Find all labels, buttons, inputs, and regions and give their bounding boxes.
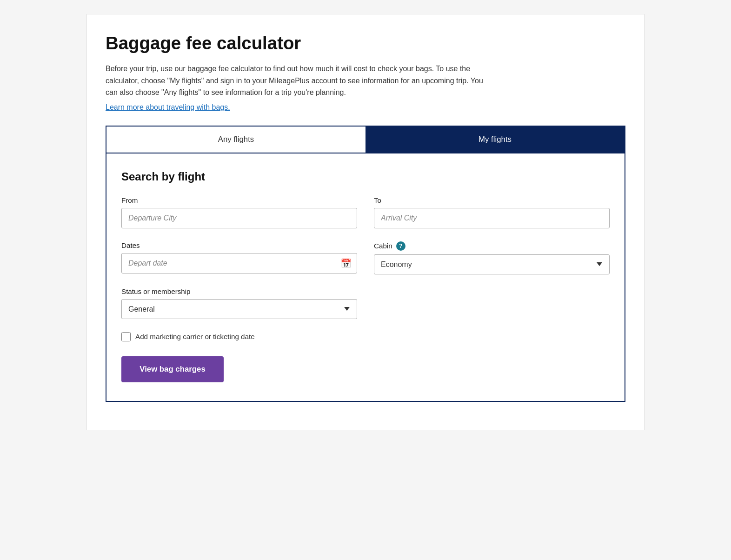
status-row: Status or membership General Premier Sil… — [121, 287, 610, 319]
view-bag-charges-button[interactable]: View bag charges — [121, 356, 224, 382]
form-panel: Search by flight From To Dates 📅 — [106, 153, 625, 402]
cabin-select[interactable]: Economy Business First — [374, 254, 610, 274]
status-group: Status or membership General Premier Sil… — [121, 287, 357, 319]
learn-more-link[interactable]: Learn more about traveling with bags. — [106, 103, 230, 112]
page-container: Baggage fee calculator Before your trip,… — [86, 14, 645, 430]
from-label: From — [121, 196, 357, 204]
form-heading: Search by flight — [121, 170, 610, 183]
departure-city-input[interactable] — [121, 208, 357, 228]
dates-group: Dates 📅 — [121, 241, 357, 274]
status-label: Status or membership — [121, 287, 357, 295]
dates-cabin-row: Dates 📅 Cabin ? Economy Business First — [121, 241, 610, 274]
to-label: To — [374, 196, 610, 204]
checkbox-row: Add marketing carrier or ticketing date — [121, 332, 610, 341]
cabin-group: Cabin ? Economy Business First — [374, 241, 610, 274]
marketing-carrier-label: Add marketing carrier or ticketing date — [135, 333, 255, 340]
status-select[interactable]: General Premier Silver Premier Gold Prem… — [121, 299, 357, 319]
to-group: To — [374, 196, 610, 228]
tab-my-flights[interactable]: My flights — [366, 127, 625, 153]
page-title: Baggage fee calculator — [106, 33, 625, 53]
from-group: From — [121, 196, 357, 228]
from-to-row: From To — [121, 196, 610, 228]
marketing-carrier-checkbox[interactable] — [121, 332, 131, 341]
tab-any-flights[interactable]: Any flights — [106, 127, 366, 153]
status-select-wrapper: General Premier Silver Premier Gold Prem… — [121, 299, 357, 319]
description-text: Before your trip, use our baggage fee ca… — [106, 63, 487, 99]
tab-bar: Any flights My flights — [106, 126, 625, 153]
arrival-city-input[interactable] — [374, 208, 610, 228]
cabin-help-icon[interactable]: ? — [396, 241, 405, 251]
cabin-select-wrapper: Economy Business First — [374, 254, 610, 274]
cabin-label: Cabin ? — [374, 241, 610, 251]
depart-date-input[interactable] — [121, 253, 357, 273]
date-input-wrapper: 📅 — [121, 253, 357, 273]
dates-label: Dates — [121, 241, 357, 249]
